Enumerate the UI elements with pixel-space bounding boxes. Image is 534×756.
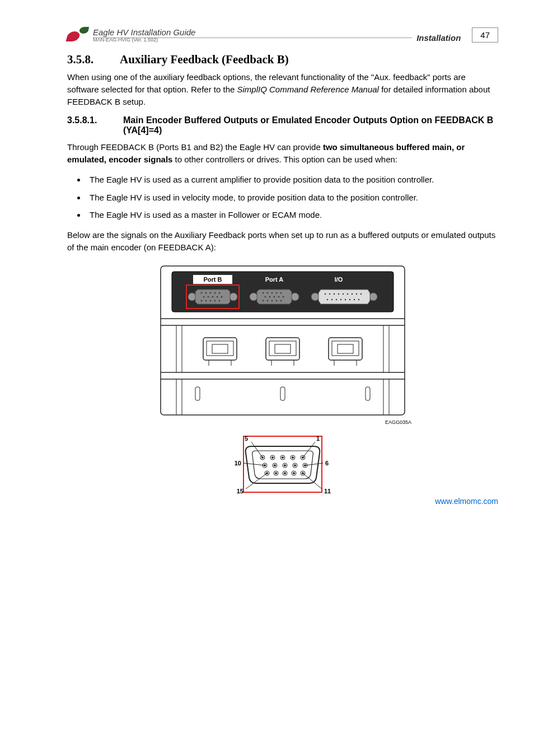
intro-paragraph: When using one of the auxiliary feedback… <box>67 71 498 108</box>
svg-point-61 <box>358 298 359 300</box>
svg-point-15 <box>219 292 221 293</box>
svg-point-47 <box>334 293 335 294</box>
section-heading: 3.5.8. Auxiliary Feedback (Feedback B) <box>67 53 498 67</box>
svg-point-21 <box>201 300 203 301</box>
pin-15-label: 15 <box>237 488 243 494</box>
svg-point-12 <box>205 292 207 293</box>
svg-rect-78 <box>338 344 353 353</box>
pin-6-label: 6 <box>325 460 329 466</box>
svg-point-36 <box>278 296 280 297</box>
paragraph-2: Through FEEDBACK B (Ports B1 and B2) the… <box>67 141 498 166</box>
list-item: The Eagle HV is used in velocity mode, t… <box>86 192 498 204</box>
svg-point-56 <box>336 298 337 300</box>
subsection-title: Main Encoder Buffered Outputs or Emulate… <box>123 115 498 136</box>
io-label: I/O <box>335 276 343 283</box>
svg-point-26 <box>250 293 257 301</box>
svg-point-97 <box>292 456 294 458</box>
footer-url[interactable]: www.elmomc.com <box>435 497 498 506</box>
page-number: 47 <box>472 27 498 43</box>
svg-point-23 <box>210 300 212 301</box>
svg-point-38 <box>263 300 264 301</box>
svg-point-95 <box>272 456 274 458</box>
pin-5-label: 5 <box>245 435 248 442</box>
svg-point-33 <box>265 296 266 297</box>
svg-point-34 <box>269 296 271 297</box>
svg-point-42 <box>280 300 282 301</box>
svg-point-30 <box>271 292 273 293</box>
svg-point-59 <box>349 298 350 300</box>
doc-code: MAN-EAG-HVIG (Ver. 1.502) <box>93 37 412 43</box>
svg-point-49 <box>343 293 344 294</box>
figure-code: EAGG035A <box>154 419 411 425</box>
svg-point-19 <box>217 296 218 297</box>
page-header: Eagle HV Installation Guide MAN-EAG-HVIG… <box>67 27 498 43</box>
svg-point-48 <box>338 293 339 294</box>
svg-point-44 <box>369 293 377 301</box>
svg-point-18 <box>212 296 214 297</box>
svg-point-52 <box>356 293 357 294</box>
svg-point-24 <box>214 300 216 301</box>
pin-11-label: 11 <box>324 488 331 494</box>
svg-point-32 <box>280 292 282 293</box>
section-number: 3.5.8. <box>67 53 118 67</box>
svg-point-50 <box>347 293 348 294</box>
svg-point-35 <box>274 296 275 297</box>
bullet-list: The Eagle HV is used as a current amplif… <box>67 174 498 221</box>
svg-point-58 <box>345 298 346 300</box>
svg-point-25 <box>219 300 221 301</box>
svg-point-57 <box>340 298 341 300</box>
svg-point-29 <box>267 292 269 293</box>
device-figure: Port B Port A I/O <box>67 265 498 500</box>
svg-point-41 <box>276 300 278 301</box>
brand-logo <box>67 27 88 43</box>
svg-rect-73 <box>275 344 291 353</box>
subsection-heading: 3.5.8.1. Main Encoder Buffered Outputs o… <box>67 115 498 136</box>
svg-point-11 <box>201 292 203 293</box>
svg-point-117 <box>293 472 295 474</box>
svg-point-45 <box>325 293 326 294</box>
pin-1-label: 1 <box>316 435 320 442</box>
svg-point-96 <box>282 456 284 458</box>
svg-rect-68 <box>212 344 228 353</box>
svg-point-22 <box>205 300 207 301</box>
svg-rect-86 <box>280 387 285 400</box>
connector-closeup: 1 5 6 10 11 15 <box>67 431 498 500</box>
svg-point-9 <box>188 293 196 301</box>
svg-point-27 <box>291 293 299 301</box>
section-label: Installation <box>416 33 461 43</box>
svg-point-37 <box>283 296 284 297</box>
paragraph-3: Below are the signals on the Auxiliary F… <box>67 229 498 254</box>
svg-point-14 <box>214 292 216 293</box>
svg-rect-87 <box>366 387 370 400</box>
svg-point-106 <box>284 464 286 466</box>
svg-point-60 <box>354 298 355 300</box>
svg-point-116 <box>284 472 286 474</box>
svg-point-10 <box>229 293 237 301</box>
svg-point-46 <box>329 293 330 294</box>
svg-point-28 <box>263 292 264 293</box>
list-item: The Eagle HV is used as a master in Foll… <box>86 209 498 221</box>
svg-point-43 <box>311 293 319 301</box>
port-b-label: Port B <box>204 276 222 283</box>
pin-10-label: 10 <box>235 460 241 466</box>
svg-point-16 <box>203 296 205 297</box>
svg-point-13 <box>210 292 212 293</box>
svg-point-39 <box>267 300 269 301</box>
svg-point-17 <box>208 296 209 297</box>
svg-point-105 <box>274 464 276 466</box>
svg-rect-85 <box>195 387 200 400</box>
section-title: Auxiliary Feedback (Feedback B) <box>120 53 289 66</box>
port-a-label: Port A <box>265 276 284 283</box>
list-item: The Eagle HV is used as a current amplif… <box>86 174 498 186</box>
svg-point-20 <box>221 296 223 297</box>
subsection-number: 3.5.8.1. <box>67 115 123 136</box>
svg-point-51 <box>352 293 353 294</box>
svg-point-54 <box>327 298 328 300</box>
svg-point-31 <box>276 292 278 293</box>
device-diagram: Port B Port A I/O <box>160 265 406 416</box>
svg-point-107 <box>294 464 296 466</box>
svg-point-40 <box>271 300 273 301</box>
svg-point-53 <box>360 293 362 294</box>
svg-point-115 <box>275 472 277 474</box>
svg-point-55 <box>331 298 332 300</box>
